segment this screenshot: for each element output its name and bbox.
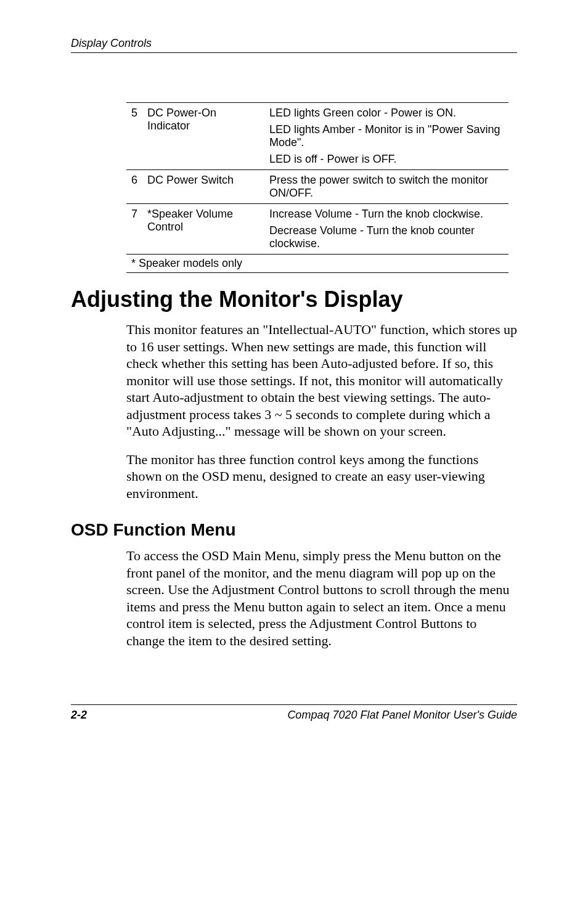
page-number: 2-2 — [71, 709, 87, 722]
control-description: Press the power switch to switch the mon… — [264, 170, 508, 204]
desc-line: LED lights Amber - Monitor is in "Power … — [269, 123, 504, 149]
footer-title: Compaq 7020 Flat Panel Monitor User's Gu… — [287, 709, 517, 722]
body-paragraph: This monitor features an "Intellectual-A… — [126, 321, 517, 440]
body-paragraph: To access the OSD Main Menu, simply pres… — [126, 547, 517, 649]
desc-line: Press the power switch to switch the mon… — [269, 174, 504, 200]
control-description: Increase Volume - Turn the knob clockwis… — [264, 204, 508, 255]
control-number: 6 — [126, 170, 142, 204]
page-footer: 2-2 Compaq 7020 Flat Panel Monitor User'… — [71, 704, 517, 722]
control-name: DC Power Switch — [142, 170, 264, 204]
body-paragraph: The monitor has three function control k… — [126, 451, 517, 502]
control-number: 5 — [126, 103, 142, 170]
running-head: Display Controls — [71, 37, 517, 53]
desc-line: LED lights Green color - Power is ON. — [269, 107, 504, 120]
control-description: LED lights Green color - Power is ON. LE… — [264, 103, 508, 170]
controls-table: 5 DC Power-On Indicator LED lights Green… — [126, 102, 508, 273]
section-heading: Adjusting the Monitor's Display — [71, 287, 517, 312]
control-name: *Speaker Volume Control — [142, 204, 264, 255]
table-row: 6 DC Power Switch Press the power switch… — [126, 170, 508, 204]
table-row: 5 DC Power-On Indicator LED lights Green… — [126, 103, 508, 170]
table-footnote-row: * Speaker models only — [126, 255, 508, 273]
table-row: 7 *Speaker Volume Control Increase Volum… — [126, 204, 508, 255]
desc-line: LED is off - Power is OFF. — [269, 153, 504, 166]
control-name: DC Power-On Indicator — [142, 103, 264, 170]
desc-line: Decrease Volume - Turn the knob counter … — [269, 224, 504, 250]
control-number: 7 — [126, 204, 142, 255]
table-footnote: * Speaker models only — [126, 255, 508, 273]
subsection-heading: OSD Function Menu — [71, 520, 517, 540]
desc-line: Increase Volume - Turn the knob clockwis… — [269, 208, 504, 221]
